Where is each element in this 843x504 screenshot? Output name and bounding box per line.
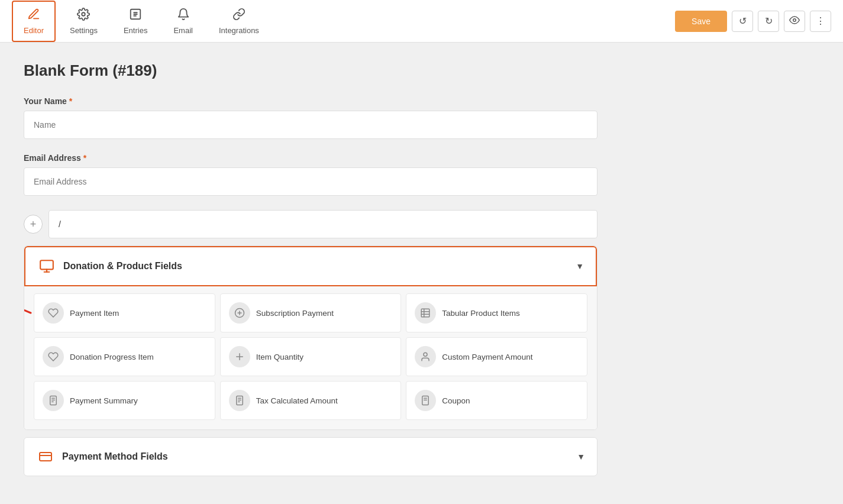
redo-button[interactable]: ↻ — [758, 11, 779, 32]
donation-progress-label: Donation Progress Item — [70, 353, 154, 361]
payment-method-section-title: Payment Method Fields — [62, 451, 168, 462]
preview-icon — [789, 15, 800, 28]
undo-icon: ↺ — [739, 15, 747, 27]
nav-actions: Save ↺ ↻ ⋮ — [675, 11, 831, 32]
donation-progress-item-button[interactable]: Donation Progress Item — [34, 337, 215, 376]
item-quantity-label: Item Quantity — [256, 353, 303, 361]
name-input[interactable] — [24, 111, 597, 139]
payment-method-section-icon — [36, 447, 55, 466]
coupon-icon — [415, 390, 436, 411]
payment-method-header-left: Payment Method Fields — [36, 447, 168, 466]
add-field-button[interactable]: + — [24, 215, 43, 234]
custom-payment-label: Custom Payment Amount — [442, 353, 532, 361]
payment-summary-icon — [43, 390, 64, 411]
subscription-payment-button[interactable]: Subscription Payment — [220, 293, 402, 332]
preview-button[interactable] — [784, 11, 805, 32]
email-label: Email Address * — [24, 153, 597, 163]
page-title: Blank Form (#189) — [24, 62, 597, 80]
more-icon: ⋮ — [816, 15, 825, 27]
tab-entries[interactable]: Entries — [112, 1, 159, 42]
add-field-row: + — [24, 210, 597, 238]
settings-tab-label: Settings — [70, 26, 98, 35]
svg-point-0 — [82, 12, 86, 16]
more-options-button[interactable]: ⋮ — [810, 11, 831, 32]
payment-summary-label: Payment Summary — [70, 396, 138, 405]
svg-point-5 — [793, 18, 796, 21]
payment-item-wrapper: Payment Item — [34, 293, 215, 332]
add-field-input[interactable] — [49, 210, 597, 238]
tab-email[interactable]: Email — [162, 1, 205, 42]
payment-summary-button[interactable]: Payment Summary — [34, 381, 215, 420]
custom-payment-amount-button[interactable]: Custom Payment Amount — [406, 337, 587, 376]
donation-section-title: Donation & Product Fields — [63, 261, 182, 272]
payment-item-button[interactable]: Payment Item — [34, 293, 215, 332]
email-icon — [177, 8, 190, 24]
name-field-group: Your Name * — [24, 96, 597, 153]
redo-icon: ↻ — [765, 15, 773, 27]
tabular-product-label: Tabular Product Items — [442, 309, 519, 318]
donation-section-header[interactable]: Donation & Product Fields ▼ — [24, 246, 597, 286]
coupon-label: Coupon — [442, 396, 470, 405]
custom-payment-icon — [415, 346, 436, 367]
tabular-product-icon — [415, 302, 436, 324]
email-tab-label: Email — [173, 26, 193, 35]
tabular-product-items-button[interactable]: Tabular Product Items — [406, 293, 587, 332]
subscription-payment-icon — [229, 302, 250, 324]
integrations-icon — [232, 8, 246, 24]
editor-tab-label: Editor — [24, 26, 44, 35]
donation-section-icon — [37, 257, 56, 276]
settings-icon — [77, 8, 90, 24]
tax-calculated-icon — [229, 390, 250, 411]
integrations-tab-label: Integrations — [219, 26, 259, 35]
payment-method-section-header[interactable]: Payment Method Fields ▼ — [24, 438, 597, 476]
name-required: * — [69, 96, 72, 106]
name-label: Your Name * — [24, 96, 597, 106]
payment-item-icon — [43, 302, 64, 324]
entries-tab-label: Entries — [124, 26, 147, 35]
main-content: Blank Form (#189) Your Name * Email Addr… — [0, 43, 621, 495]
save-button[interactable]: Save — [675, 11, 727, 32]
email-field-group: Email Address * — [24, 153, 597, 210]
tax-calculated-amount-button[interactable]: Tax Calculated Amount — [220, 381, 402, 420]
payment-method-section-panel: Payment Method Fields ▼ — [24, 437, 597, 476]
email-required: * — [83, 153, 86, 163]
tab-integrations[interactable]: Integrations — [207, 1, 271, 42]
subscription-payment-label: Subscription Payment — [256, 309, 334, 318]
plus-icon: + — [30, 218, 37, 231]
entries-icon — [129, 8, 142, 24]
svg-rect-13 — [422, 309, 430, 317]
donation-section-panel: Donation & Product Fields ▼ — [24, 245, 597, 430]
tab-editor[interactable]: Editor — [12, 1, 56, 42]
undo-button[interactable]: ↺ — [732, 11, 753, 32]
nav-tabs: Editor Settings Entries — [12, 1, 271, 42]
payment-item-label: Payment Item — [70, 309, 119, 318]
tax-calculated-label: Tax Calculated Amount — [256, 396, 338, 405]
donation-progress-icon — [43, 346, 64, 367]
donation-header-left: Donation & Product Fields — [37, 257, 182, 276]
editor-icon — [27, 8, 40, 24]
payment-method-chevron-icon: ▼ — [577, 452, 585, 461]
donation-chevron-icon: ▼ — [576, 261, 584, 271]
svg-point-19 — [424, 353, 427, 356]
donation-items-grid: Payment Item Subscription Payment — [24, 286, 597, 429]
svg-rect-6 — [40, 260, 53, 269]
top-navigation: Editor Settings Entries — [0, 0, 843, 43]
coupon-button[interactable]: Coupon — [406, 381, 587, 420]
tab-settings[interactable]: Settings — [58, 1, 109, 42]
item-quantity-button[interactable]: Item Quantity — [220, 337, 402, 376]
email-input[interactable] — [24, 167, 597, 196]
item-quantity-icon — [229, 346, 250, 367]
svg-rect-31 — [40, 453, 51, 461]
